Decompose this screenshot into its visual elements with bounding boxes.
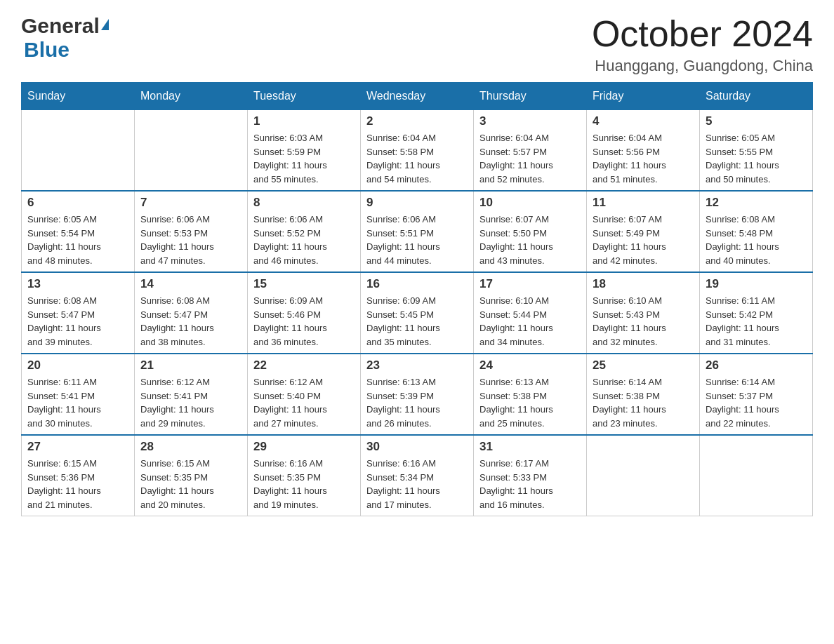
day-number: 3 <box>479 114 581 128</box>
day-number: 4 <box>593 114 694 128</box>
calendar-cell: 26Sunrise: 6:14 AMSunset: 5:37 PMDayligh… <box>700 354 813 435</box>
calendar-cell <box>22 110 135 192</box>
weekday-header-wednesday: Wednesday <box>361 83 474 110</box>
weekday-header-row: SundayMondayTuesdayWednesdayThursdayFrid… <box>22 83 813 110</box>
calendar-cell: 8Sunrise: 6:06 AMSunset: 5:52 PMDaylight… <box>248 191 361 272</box>
day-info: Sunrise: 6:09 AMSunset: 5:46 PMDaylight:… <box>253 294 355 349</box>
logo-triangle-icon <box>101 19 109 30</box>
logo-general: General <box>21 14 100 38</box>
day-number: 22 <box>253 358 355 373</box>
calendar-cell: 30Sunrise: 6:16 AMSunset: 5:34 PMDayligh… <box>361 435 474 516</box>
logo: General <box>21 14 109 38</box>
day-number: 15 <box>253 277 355 291</box>
day-number: 29 <box>253 440 355 454</box>
weekday-header-sunday: Sunday <box>22 83 135 110</box>
calendar-cell: 17Sunrise: 6:10 AMSunset: 5:44 PMDayligh… <box>474 272 587 354</box>
day-info: Sunrise: 6:16 AMSunset: 5:34 PMDaylight:… <box>366 457 468 511</box>
calendar-cell: 1Sunrise: 6:03 AMSunset: 5:59 PMDaylight… <box>248 110 361 192</box>
day-number: 27 <box>27 440 128 454</box>
weekday-header-saturday: Saturday <box>700 83 813 110</box>
weekday-header-thursday: Thursday <box>474 83 587 110</box>
calendar-cell: 9Sunrise: 6:06 AMSunset: 5:51 PMDaylight… <box>361 191 474 272</box>
calendar-cell: 20Sunrise: 6:11 AMSunset: 5:41 PMDayligh… <box>22 354 135 435</box>
title-area: October 2024 Huanggang, Guangdong, China <box>592 14 813 75</box>
calendar-table: SundayMondayTuesdayWednesdayThursdayFrid… <box>21 82 813 516</box>
calendar-cell: 4Sunrise: 6:04 AMSunset: 5:56 PMDaylight… <box>587 110 700 192</box>
day-number: 18 <box>593 277 694 291</box>
weekday-header-monday: Monday <box>135 83 248 110</box>
day-number: 20 <box>27 358 128 373</box>
calendar-cell: 27Sunrise: 6:15 AMSunset: 5:36 PMDayligh… <box>22 435 135 516</box>
day-info: Sunrise: 6:08 AMSunset: 5:47 PMDaylight:… <box>140 294 241 349</box>
calendar-cell: 11Sunrise: 6:07 AMSunset: 5:49 PMDayligh… <box>587 191 700 272</box>
day-info: Sunrise: 6:12 AMSunset: 5:41 PMDaylight:… <box>140 375 241 430</box>
day-number: 21 <box>140 358 241 373</box>
week-row-2: 6Sunrise: 6:05 AMSunset: 5:54 PMDaylight… <box>22 191 813 272</box>
day-number: 13 <box>27 277 128 291</box>
day-info: Sunrise: 6:10 AMSunset: 5:44 PMDaylight:… <box>479 294 581 349</box>
calendar-cell: 15Sunrise: 6:09 AMSunset: 5:46 PMDayligh… <box>248 272 361 354</box>
day-info: Sunrise: 6:07 AMSunset: 5:49 PMDaylight:… <box>593 213 694 267</box>
week-row-1: 1Sunrise: 6:03 AMSunset: 5:59 PMDaylight… <box>22 110 813 192</box>
day-number: 1 <box>253 114 355 128</box>
weekday-header-friday: Friday <box>587 83 700 110</box>
calendar-cell: 22Sunrise: 6:12 AMSunset: 5:40 PMDayligh… <box>248 354 361 435</box>
calendar-cell <box>587 435 700 516</box>
day-info: Sunrise: 6:15 AMSunset: 5:36 PMDaylight:… <box>27 457 128 511</box>
day-info: Sunrise: 6:11 AMSunset: 5:42 PMDaylight:… <box>706 294 807 349</box>
calendar-cell: 23Sunrise: 6:13 AMSunset: 5:39 PMDayligh… <box>361 354 474 435</box>
calendar-cell: 29Sunrise: 6:16 AMSunset: 5:35 PMDayligh… <box>248 435 361 516</box>
calendar-cell: 31Sunrise: 6:17 AMSunset: 5:33 PMDayligh… <box>474 435 587 516</box>
day-info: Sunrise: 6:03 AMSunset: 5:59 PMDaylight:… <box>253 131 355 186</box>
day-number: 8 <box>253 196 355 210</box>
calendar-cell: 16Sunrise: 6:09 AMSunset: 5:45 PMDayligh… <box>361 272 474 354</box>
day-info: Sunrise: 6:04 AMSunset: 5:58 PMDaylight:… <box>366 131 468 186</box>
weekday-header-tuesday: Tuesday <box>248 83 361 110</box>
day-number: 12 <box>706 196 807 210</box>
day-number: 26 <box>706 358 807 373</box>
day-info: Sunrise: 6:04 AMSunset: 5:57 PMDaylight:… <box>479 131 581 186</box>
day-number: 5 <box>706 114 807 128</box>
location-title: Huanggang, Guangdong, China <box>592 57 813 75</box>
day-number: 6 <box>27 196 128 210</box>
day-info: Sunrise: 6:09 AMSunset: 5:45 PMDaylight:… <box>366 294 468 349</box>
day-number: 19 <box>706 277 807 291</box>
calendar-cell: 5Sunrise: 6:05 AMSunset: 5:55 PMDaylight… <box>700 110 813 192</box>
day-info: Sunrise: 6:05 AMSunset: 5:55 PMDaylight:… <box>706 131 807 186</box>
calendar-cell: 14Sunrise: 6:08 AMSunset: 5:47 PMDayligh… <box>135 272 248 354</box>
day-info: Sunrise: 6:12 AMSunset: 5:40 PMDaylight:… <box>253 375 355 430</box>
day-info: Sunrise: 6:13 AMSunset: 5:39 PMDaylight:… <box>366 375 468 430</box>
day-info: Sunrise: 6:04 AMSunset: 5:56 PMDaylight:… <box>593 131 694 186</box>
calendar-cell: 12Sunrise: 6:08 AMSunset: 5:48 PMDayligh… <box>700 191 813 272</box>
calendar-cell: 13Sunrise: 6:08 AMSunset: 5:47 PMDayligh… <box>22 272 135 354</box>
calendar-cell: 25Sunrise: 6:14 AMSunset: 5:38 PMDayligh… <box>587 354 700 435</box>
day-number: 28 <box>140 440 241 454</box>
calendar-cell: 3Sunrise: 6:04 AMSunset: 5:57 PMDaylight… <box>474 110 587 192</box>
day-info: Sunrise: 6:11 AMSunset: 5:41 PMDaylight:… <box>27 375 128 430</box>
day-number: 14 <box>140 277 241 291</box>
day-number: 11 <box>593 196 694 210</box>
header: General Blue October 2024 Huanggang, Gua… <box>21 14 813 75</box>
day-number: 23 <box>366 358 468 373</box>
calendar-cell: 21Sunrise: 6:12 AMSunset: 5:41 PMDayligh… <box>135 354 248 435</box>
calendar-cell: 18Sunrise: 6:10 AMSunset: 5:43 PMDayligh… <box>587 272 700 354</box>
day-info: Sunrise: 6:07 AMSunset: 5:50 PMDaylight:… <box>479 213 581 267</box>
calendar-cell: 7Sunrise: 6:06 AMSunset: 5:53 PMDaylight… <box>135 191 248 272</box>
day-info: Sunrise: 6:06 AMSunset: 5:52 PMDaylight:… <box>253 213 355 267</box>
week-row-5: 27Sunrise: 6:15 AMSunset: 5:36 PMDayligh… <box>22 435 813 516</box>
day-info: Sunrise: 6:15 AMSunset: 5:35 PMDaylight:… <box>140 457 241 511</box>
calendar-cell: 19Sunrise: 6:11 AMSunset: 5:42 PMDayligh… <box>700 272 813 354</box>
calendar-cell: 6Sunrise: 6:05 AMSunset: 5:54 PMDaylight… <box>22 191 135 272</box>
day-info: Sunrise: 6:14 AMSunset: 5:38 PMDaylight:… <box>593 375 694 430</box>
day-info: Sunrise: 6:06 AMSunset: 5:53 PMDaylight:… <box>140 213 241 267</box>
logo-area: General Blue <box>21 14 109 62</box>
day-info: Sunrise: 6:16 AMSunset: 5:35 PMDaylight:… <box>253 457 355 511</box>
day-info: Sunrise: 6:06 AMSunset: 5:51 PMDaylight:… <box>366 213 468 267</box>
calendar-cell: 24Sunrise: 6:13 AMSunset: 5:38 PMDayligh… <box>474 354 587 435</box>
week-row-3: 13Sunrise: 6:08 AMSunset: 5:47 PMDayligh… <box>22 272 813 354</box>
day-number: 17 <box>479 277 581 291</box>
day-number: 31 <box>479 440 581 454</box>
day-number: 25 <box>593 358 694 373</box>
calendar-cell: 10Sunrise: 6:07 AMSunset: 5:50 PMDayligh… <box>474 191 587 272</box>
day-info: Sunrise: 6:14 AMSunset: 5:37 PMDaylight:… <box>706 375 807 430</box>
